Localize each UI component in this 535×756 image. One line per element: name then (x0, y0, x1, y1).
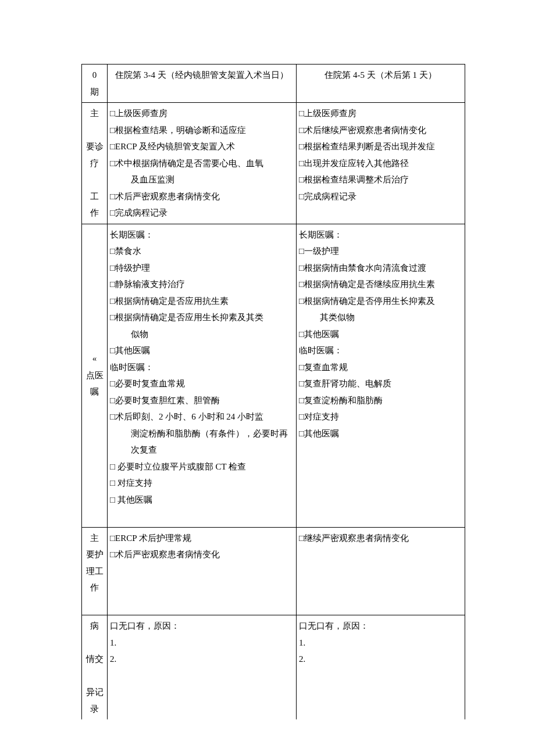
vr-d1-v1: 口无口有，原因： (110, 618, 294, 635)
nursing-day2: □继续严密观察患者病情变化 (297, 527, 465, 615)
vr-d1-v2: 1. (110, 635, 294, 651)
variance-label: 病 情交 异记 录 (82, 615, 108, 720)
ord-d2-t2: □复查肝肾功能、电解质 (299, 375, 462, 392)
orders-day1: 长期医嘱： □禁食水 □特级护理 □静脉输液支持治疗 □根据病情确定是否应用抗生… (108, 224, 297, 527)
mw-d2-i4: □出现并发症应转入其他路径 (299, 155, 462, 172)
ord-d1-temphdr: 临时医嘱： (110, 359, 294, 376)
main-work-day2: □上级医师查房 □术后继续严密观察患者病情变化 □根据检查结果判断是否出现并发症… (297, 103, 465, 224)
orders-day2: 长期医嘱： □一级护理 □根据病情由禁食水向清流食过渡 □根据病情确定是否继续应… (297, 224, 465, 527)
ord-d2-t5: □其他医嘱 (299, 425, 462, 442)
mw-d2-i2: □术后继续严密观察患者病情变化 (299, 122, 462, 139)
mw-d1-i7: □完成病程记录 (110, 205, 294, 221)
mw-d2-i1: □上级医师查房 (299, 105, 462, 122)
ord-d2-t3: □复查淀粉酶和脂肪酶 (299, 392, 462, 409)
vr-d2-v3: 2. (299, 651, 462, 668)
vr-d2-v2: 1. (299, 635, 462, 651)
ord-d1-t3c: 次复查 (110, 442, 294, 458)
document-page: 0 期 住院第 3-4 天（经内镜胆管支架置入术当日） 住院第 4-5 天（术后… (81, 64, 465, 719)
ord-d1-l3: □静脉输液支持治疗 (110, 276, 294, 293)
ord-d2-t4: □对症支持 (299, 409, 462, 425)
vr-l1: 病 (90, 621, 99, 630)
ord-d2-l3: □根据病情确定是否继续应用抗生素 (299, 276, 462, 293)
ord-d1-t3b: 测淀粉酶和脂肪酶（有条件），必要时再 (110, 425, 294, 442)
ord-d1-t5: □ 对症支持 (110, 475, 294, 492)
nr-l3: 理工 (86, 567, 104, 576)
main-work-day1: □上级医师查房 □根据检查结果，明确诊断和适应症 □ERCP 及经内镜胆管支架置… (108, 103, 297, 224)
variance-day2: 口无口有，原因： 1. 2. (297, 615, 465, 720)
mw-l5: 作 (90, 208, 99, 217)
mw-d1-i4: □术中根据病情确定是否需要心电、血氧 (110, 155, 294, 172)
nursing-label: 主 要护 理工 作 (82, 527, 108, 615)
ord-d1-longhdr: 长期医嘱： (110, 227, 294, 243)
nursing-day1: □ERCP 术后护理常规 □术后严密观察患者病情变化 (108, 527, 297, 615)
mw-d1-i2: □根据检查结果，明确诊断和适应症 (110, 122, 294, 139)
mw-d1-i5: 及血压监测 (110, 171, 294, 188)
ord-d2-l5: □其他医嘱 (299, 326, 462, 343)
nr-l4: 作 (90, 583, 99, 592)
clinical-pathway-table: 0 期 住院第 3-4 天（经内镜胆管支架置入术当日） 住院第 4-5 天（术后… (81, 64, 465, 719)
mw-d2-i5: □根据检查结果调整术后治疗 (299, 171, 462, 188)
ord-l2: 点医 (86, 371, 104, 380)
vr-l2: 情交 (86, 654, 104, 664)
nursing-row: 主 要护 理工 作 □ERCP 术后护理常规 □术后严密观察患者病情变化 □继续… (82, 527, 465, 615)
ord-d2-l2: □根据病情由禁食水向清流食过渡 (299, 260, 462, 277)
ord-d2-l1: □一级护理 (299, 243, 462, 260)
ord-d1-l4: □根据病情确定是否应用抗生素 (110, 293, 294, 310)
mw-d2-i3: □根据检查结果判断是否出现并发症 (299, 138, 462, 155)
header-col0: 0 期 (82, 65, 108, 103)
mw-l2: 要诊 (86, 142, 104, 151)
vr-d1-v3: 2. (110, 651, 294, 668)
variance-row: 病 情交 异记 录 口无口有，原因： 1. 2. 口无口有，原因： 1. 2. (82, 615, 465, 720)
mw-l1: 主 (90, 109, 99, 118)
mw-d2-i6: □完成病程记录 (299, 188, 462, 205)
ord-l1: « (92, 354, 97, 363)
nr-d2-n1: □继续严密观察患者病情变化 (299, 530, 462, 547)
ord-d2-t1: □复查血常规 (299, 359, 462, 376)
vr-l4: 录 (90, 704, 99, 714)
ord-l3: 嘱 (90, 387, 99, 396)
mw-d1-i3: □ERCP 及经内镜胆管支架置入术 (110, 138, 294, 155)
hdr-col0-l2: 期 (90, 87, 99, 96)
ord-d1-t6: □ 其他医嘱 (110, 492, 294, 508)
vr-d2-v1: 口无口有，原因： (299, 618, 462, 635)
nr-d1-n2: □术后严密观察患者病情变化 (110, 546, 294, 563)
ord-d2-temphdr: 临时医嘱： (299, 342, 462, 359)
nr-l1: 主 (90, 533, 99, 543)
ord-d1-l5: □根据病情确定是否应用生长抑素及其类 (110, 309, 294, 326)
ord-d1-l6: □其他医嘱 (110, 342, 294, 359)
main-work-row: 主 要诊 疗 工 作 □上级医师查房 □根据检查结果，明确诊断和适应症 □ERC… (82, 103, 465, 224)
ord-d2-l4b: 其类似物 (299, 309, 462, 326)
mw-l3: 疗 (90, 159, 99, 168)
mw-d1-i6: □术后严密观察患者病情变化 (110, 188, 294, 205)
ord-d2-l4: □根据病情确定是否停用生长抑素及 (299, 293, 462, 310)
ord-d2-longhdr: 长期医嘱： (299, 227, 462, 243)
header-day1: 住院第 3-4 天（经内镜胆管支架置入术当日） (108, 65, 297, 103)
ord-d1-t1: □必要时复查血常规 (110, 375, 294, 392)
orders-label: « 点医 嘱 (82, 224, 108, 527)
main-work-label: 主 要诊 疗 工 作 (82, 103, 108, 224)
mw-l4: 工 (90, 192, 99, 201)
header-day2: 住院第 4-5 天（术后第 1 天） (297, 65, 465, 103)
ord-d1-l1: □禁食水 (110, 243, 294, 260)
ord-d1-l5b: 似物 (110, 326, 294, 343)
ord-d1-t3a: □术后即刻、2 小时、6 小时和 24 小时监 (110, 409, 294, 425)
orders-row: « 点医 嘱 长期医嘱： □禁食水 □特级护理 □静脉输液支持治疗 □根据病情确… (82, 224, 465, 527)
ord-d1-t4: □ 必要时立位腹平片或腹部 CT 检查 (110, 458, 294, 475)
header-row: 0 期 住院第 3-4 天（经内镜胆管支架置入术当日） 住院第 4-5 天（术后… (82, 65, 465, 103)
ord-d1-t2: □必要时复查胆红素、胆管酶 (110, 392, 294, 409)
mw-d1-i1: □上级医师查房 (110, 105, 294, 122)
ord-d1-l2: □特级护理 (110, 260, 294, 277)
hdr-col0-l1: 0 (92, 70, 97, 80)
nr-l2: 要护 (86, 550, 104, 559)
nr-d1-n1: □ERCP 术后护理常规 (110, 530, 294, 547)
variance-day1: 口无口有，原因： 1. 2. (108, 615, 297, 720)
vr-l3: 异记 (86, 687, 104, 697)
